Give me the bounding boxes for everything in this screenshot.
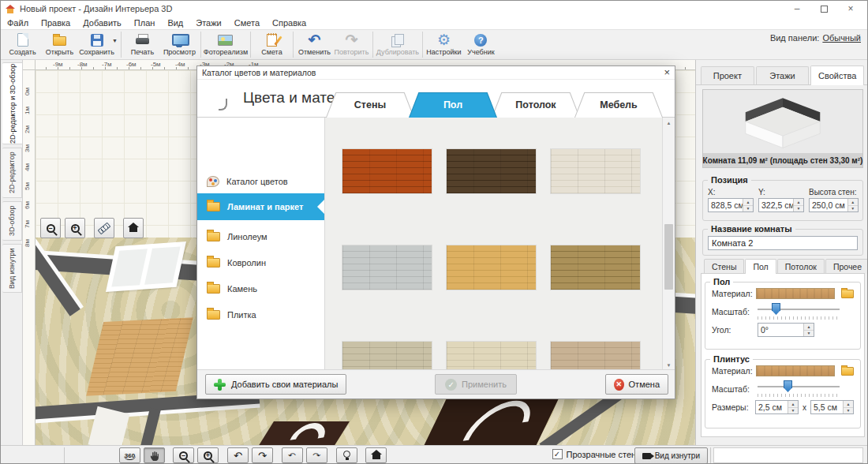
material-swatch[interactable] xyxy=(447,149,536,193)
position-y-field[interactable]: 322,5 см▲▼ xyxy=(758,198,804,212)
preview-button[interactable]: Просмотр xyxy=(161,30,198,59)
material-swatch[interactable] xyxy=(342,245,432,290)
zoom-out-button[interactable]: – xyxy=(173,447,194,463)
position-x-field[interactable]: 828,5 см▲▼ xyxy=(708,198,754,212)
tab-floors[interactable]: Этажи xyxy=(756,66,810,84)
tutorial-button[interactable]: ?Учебник xyxy=(462,30,499,59)
tab-ceiling[interactable]: Потолок xyxy=(777,259,825,274)
category-linoleum[interactable]: Линолеум xyxy=(197,225,324,249)
save-button[interactable]: Сохранить xyxy=(78,30,115,59)
orbit-left-button[interactable]: ↶ xyxy=(282,447,303,463)
home-view-button[interactable] xyxy=(365,447,387,463)
tab-properties[interactable]: Свойства xyxy=(810,65,864,85)
rotate-cw-button[interactable]: ↷ xyxy=(252,447,273,463)
fit-home-button[interactable] xyxy=(123,218,144,238)
spin-up-icon[interactable]: ▲ xyxy=(794,199,803,206)
rotate-360-button[interactable]: 360 xyxy=(119,447,140,463)
panel-view-selector[interactable]: Вид панели:Обычный xyxy=(770,33,861,43)
floor-scale-slider[interactable] xyxy=(758,303,840,316)
menu-help[interactable]: Справка xyxy=(266,17,312,29)
estimate-button[interactable]: Смета xyxy=(253,30,290,59)
transparent-walls-checkbox[interactable]: ✓ xyxy=(552,449,563,459)
transparent-walls-option[interactable]: ✓ Прозрачные стены xyxy=(552,449,642,459)
plinth-material-swatch[interactable] xyxy=(756,365,835,376)
menu-add[interactable]: Добавить xyxy=(77,17,128,29)
spin-up-icon[interactable]: ▲ xyxy=(788,401,798,408)
duplicate-button[interactable]: Дублировать xyxy=(376,30,420,59)
tab-furniture[interactable]: Мебель xyxy=(574,92,663,118)
tab-other[interactable]: Прочее xyxy=(825,259,868,274)
spin-down-icon[interactable]: ▼ xyxy=(788,408,798,414)
plinth-width-field[interactable]: 2,5 см▲▼ xyxy=(755,400,799,414)
zoom-in-button[interactable]: + xyxy=(65,218,85,238)
maximize-icon[interactable] xyxy=(810,1,837,17)
open-button[interactable]: Открыть xyxy=(41,30,78,59)
spin-up-icon[interactable]: ▲ xyxy=(743,199,753,206)
plinth-scale-slider[interactable] xyxy=(758,380,840,393)
zoom-in-button[interactable]: + xyxy=(197,447,219,463)
wall-height-field[interactable]: 250,0 см▲▼ xyxy=(809,198,859,212)
cancel-button[interactable]: ✕Отмена xyxy=(605,374,668,395)
tab-walls[interactable]: Стены xyxy=(326,92,414,118)
dialog-close-icon[interactable]: × xyxy=(664,67,670,78)
spin-down-icon[interactable]: ▼ xyxy=(844,408,853,414)
tab-ceiling[interactable]: Потолок xyxy=(492,92,580,118)
panel-view-value[interactable]: Обычный xyxy=(822,33,861,43)
photorealism-button[interactable]: Фотореализм xyxy=(204,30,248,59)
material-swatch[interactable] xyxy=(551,149,640,193)
category-laminate[interactable]: Ламинат и паркет xyxy=(197,193,324,220)
tab-2d-editor[interactable]: 2D-редактор xyxy=(2,148,22,198)
pan-hand-button[interactable] xyxy=(144,447,165,463)
measure-button[interactable] xyxy=(94,218,114,238)
scrollbar-thumb[interactable] xyxy=(664,224,673,290)
category-color-catalog[interactable]: Каталог цветов xyxy=(197,170,324,193)
spin-up-icon[interactable]: ▲ xyxy=(844,401,853,408)
light-button[interactable] xyxy=(336,447,357,463)
add-materials-button[interactable]: Добавить свои материалы xyxy=(205,374,346,395)
material-swatch[interactable] xyxy=(342,342,432,371)
settings-button[interactable]: ⚙Настройки xyxy=(425,30,462,59)
menu-file[interactable]: Файл xyxy=(1,17,35,29)
undo-button[interactable]: ↶Отменить xyxy=(296,30,333,59)
slider-handle[interactable] xyxy=(784,380,792,392)
material-swatch[interactable] xyxy=(447,245,536,290)
tab-floor[interactable]: Пол xyxy=(409,92,497,118)
browse-folder-icon[interactable] xyxy=(841,367,854,376)
spin-down-icon[interactable]: ▼ xyxy=(743,206,753,212)
category-stone[interactable]: Камень xyxy=(197,277,324,301)
redo-button[interactable]: ↷Повторить xyxy=(333,30,370,59)
tab-inside-view[interactable]: Вид изнутри xyxy=(2,244,22,293)
tab-walls[interactable]: Стены xyxy=(704,259,744,274)
floor-angle-field[interactable]: 0°▲▼ xyxy=(758,323,814,337)
spin-down-icon[interactable]: ▼ xyxy=(804,331,814,337)
new-button[interactable]: Создать xyxy=(4,30,41,59)
material-swatch[interactable] xyxy=(551,245,640,290)
tab-project[interactable]: Проект xyxy=(701,66,754,84)
print-button[interactable]: Печать xyxy=(124,30,161,59)
slider-handle[interactable] xyxy=(772,303,780,315)
spin-down-icon[interactable]: ▼ xyxy=(794,206,803,212)
menu-floors[interactable]: Этажи xyxy=(189,17,227,29)
menu-view[interactable]: Вид xyxy=(161,17,189,29)
browse-folder-icon[interactable] xyxy=(841,290,854,298)
spin-up-icon[interactable]: ▲ xyxy=(804,324,814,331)
orbit-right-button[interactable]: ↷ xyxy=(306,447,327,463)
minimize-icon[interactable]: – xyxy=(784,1,810,17)
material-swatch[interactable] xyxy=(447,342,536,371)
material-swatch[interactable] xyxy=(342,149,432,193)
save-dropdown-icon[interactable]: ▼ xyxy=(112,38,118,43)
tab-3d-view[interactable]: 3D-обзор xyxy=(2,201,22,241)
spin-up-icon[interactable]: ▲ xyxy=(848,199,858,206)
rotate-ccw-button[interactable]: ↶ xyxy=(227,447,249,463)
zoom-out-button[interactable]: – xyxy=(40,218,61,238)
room-name-input[interactable] xyxy=(708,236,858,250)
material-swatch[interactable] xyxy=(551,342,640,371)
menu-plan[interactable]: План xyxy=(128,17,162,29)
menu-edit[interactable]: Правка xyxy=(35,17,77,29)
plinth-height-field[interactable]: 5,5 см▲▼ xyxy=(810,400,854,414)
category-tile[interactable]: Плитка xyxy=(197,303,324,327)
materials-scrollbar[interactable]: ▲ ▼ xyxy=(662,118,675,371)
floor-material-swatch[interactable] xyxy=(756,288,835,299)
inside-view-button[interactable]: Вид изнутри xyxy=(634,447,708,464)
tab-floor[interactable]: Пол xyxy=(745,259,776,274)
